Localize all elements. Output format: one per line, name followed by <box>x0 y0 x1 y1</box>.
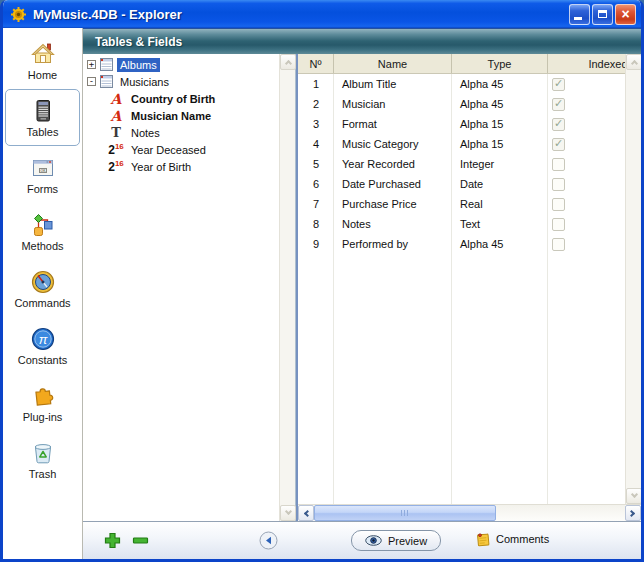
table-icon <box>100 75 113 88</box>
table-rows-area: 1 Album Title Alpha 45 ✓ 2 Musician Alph… <box>298 74 625 504</box>
tree-item-musicians[interactable]: - Musicians <box>83 73 279 90</box>
field-number: 8 <box>298 218 334 230</box>
field-number: 4 <box>298 138 334 150</box>
sidebar-item-tables[interactable]: Tables <box>5 89 80 146</box>
indexed-checkbox[interactable]: ✓ <box>552 198 565 211</box>
tables-tree-panel: + Albums - <box>83 54 296 521</box>
column-header-indexed[interactable]: Indexed <box>548 54 625 73</box>
scroll-down-button[interactable] <box>280 505 296 521</box>
field-name: Album Title <box>334 78 452 90</box>
table-icon <box>100 58 113 71</box>
commands-icon <box>30 269 56 295</box>
indexed-checkbox[interactable]: ✓ <box>552 118 565 131</box>
column-header-type[interactable]: Type <box>452 54 548 73</box>
maximize-button[interactable] <box>592 4 613 25</box>
add-field-button[interactable] <box>103 531 122 550</box>
scroll-right-button[interactable] <box>625 505 641 521</box>
table-vertical-scrollbar[interactable] <box>625 54 641 504</box>
tree-vertical-scrollbar[interactable] <box>279 54 295 521</box>
comments-label: Comments <box>496 533 549 545</box>
app-gear-icon <box>10 6 27 23</box>
tree-item-label: Year of Birth <box>128 160 194 174</box>
sidebar-item-constants[interactable]: π Constants <box>5 317 80 374</box>
indexed-checkbox[interactable]: ✓ <box>552 98 565 111</box>
tree-field-musician-name[interactable]: A Musician Name <box>83 107 279 124</box>
tree-field-year-deceased[interactable]: 216 Year Deceased <box>83 141 279 158</box>
scroll-down-button[interactable] <box>626 488 642 504</box>
table-row[interactable]: 7 Purchase Price Real ✓ <box>298 194 625 214</box>
table-row[interactable]: 1 Album Title Alpha 45 ✓ <box>298 74 625 94</box>
table-horizontal-scrollbar[interactable] <box>298 504 641 521</box>
field-number: 9 <box>298 238 334 250</box>
sidebar-item-methods[interactable]: Methods <box>5 203 80 260</box>
scroll-left-button[interactable] <box>298 505 314 521</box>
column-header-name[interactable]: Name <box>334 54 452 73</box>
field-name: Year Recorded <box>334 158 452 170</box>
remove-field-button[interactable] <box>131 531 150 550</box>
preview-button[interactable]: Preview <box>351 530 441 551</box>
indexed-checkbox[interactable]: ✓ <box>552 238 565 251</box>
tree-field-country-of-birth[interactable]: A Country of Birth <box>83 90 279 107</box>
tree-field-year-of-birth[interactable]: 216 Year of Birth <box>83 158 279 175</box>
sidebar-item-label: Home <box>28 69 57 81</box>
scroll-up-button[interactable] <box>280 54 296 70</box>
sidebar: Home Tables <box>3 28 83 559</box>
sidebar-item-plugins[interactable]: Plug-ins <box>5 374 80 431</box>
scroll-track[interactable] <box>314 505 625 521</box>
sidebar-item-commands[interactable]: Commands <box>5 260 80 317</box>
field-name: Notes <box>334 218 452 230</box>
integer-field-icon: 216 <box>107 143 125 156</box>
indexed-checkbox[interactable]: ✓ <box>552 158 565 171</box>
minimize-button[interactable] <box>569 4 590 25</box>
chevron-up-icon <box>630 60 637 67</box>
scroll-track[interactable] <box>626 70 641 488</box>
forms-icon: OK <box>30 155 56 181</box>
chevron-up-icon <box>284 60 291 67</box>
indexed-checkbox[interactable]: ✓ <box>552 178 565 191</box>
integer-field-icon: 216 <box>107 160 125 173</box>
collapse-icon[interactable]: - <box>87 77 96 86</box>
sidebar-item-label: Forms <box>27 183 58 195</box>
eye-icon <box>365 535 382 546</box>
tree-item-albums[interactable]: + Albums <box>83 56 279 73</box>
comments-button[interactable]: Comments <box>475 531 549 547</box>
table-row[interactable]: 2 Musician Alpha 45 ✓ <box>298 94 625 114</box>
tree-field-notes[interactable]: T Notes <box>83 124 279 141</box>
titlebar[interactable]: MyMusic.4DB - Explorer × <box>3 0 641 28</box>
tables-icon <box>30 98 56 124</box>
table-row[interactable]: 8 Notes Text ✓ <box>298 214 625 234</box>
sidebar-item-forms[interactable]: OK Forms <box>5 146 80 203</box>
table-row[interactable]: 4 Music Category Alpha 15 ✓ <box>298 134 625 154</box>
chevron-down-icon <box>284 508 291 515</box>
column-header-number[interactable]: Nº <box>298 54 334 73</box>
checkmark-icon: ✓ <box>554 78 563 89</box>
indexed-checkbox[interactable]: ✓ <box>552 138 565 151</box>
tree-item-label: Country of Birth <box>128 92 218 106</box>
scroll-thumb[interactable] <box>314 505 496 521</box>
minus-icon <box>131 531 150 550</box>
table-row[interactable]: 3 Format Alpha 15 ✓ <box>298 114 625 134</box>
sidebar-item-home[interactable]: Home <box>5 32 80 89</box>
scroll-track[interactable] <box>280 70 295 505</box>
panel-header: Tables & Fields <box>83 29 641 54</box>
tree-item-label: Notes <box>128 126 163 140</box>
table-row[interactable]: 5 Year Recorded Integer ✓ <box>298 154 625 174</box>
field-type: Real <box>452 198 548 210</box>
close-button[interactable]: × <box>615 4 636 25</box>
collapse-panel-button[interactable] <box>259 531 278 550</box>
table-row[interactable]: 9 Performed by Alpha 45 ✓ <box>298 234 625 254</box>
field-number: 7 <box>298 198 334 210</box>
field-type: Date <box>452 178 548 190</box>
field-name: Purchase Price <box>334 198 452 210</box>
scroll-up-button[interactable] <box>626 54 642 70</box>
field-name: Musician <box>334 98 452 110</box>
expand-icon[interactable]: + <box>87 60 96 69</box>
maximize-icon <box>598 10 607 18</box>
sidebar-item-trash[interactable]: Trash <box>5 431 80 488</box>
table-row[interactable]: 6 Date Purchased Date ✓ <box>298 174 625 194</box>
indexed-checkbox[interactable]: ✓ <box>552 218 565 231</box>
field-type: Alpha 45 <box>452 98 548 110</box>
explorer-window: MyMusic.4DB - Explorer × Home <box>0 0 644 562</box>
home-icon <box>30 41 56 67</box>
indexed-checkbox[interactable]: ✓ <box>552 78 565 91</box>
